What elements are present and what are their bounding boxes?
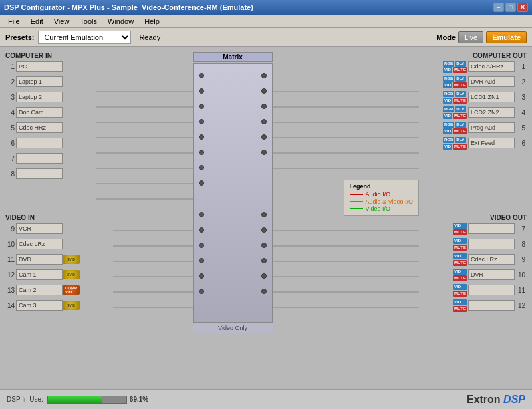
vid-in-cam1[interactable]: Cam 1 xyxy=(16,269,63,280)
audiovideo-line-icon xyxy=(350,201,363,202)
vid-out-dvr[interactable]: DVR xyxy=(468,269,515,280)
maximize-button[interactable]: □ xyxy=(505,3,516,12)
toolbar-right: Mode Live Emulate xyxy=(436,31,527,43)
vid-in-cdeclrz[interactable]: Cdec LRz xyxy=(16,239,63,249)
dvd-vid-badge: S VID xyxy=(63,255,80,264)
bottom-bar: DSP In Use: 69.1% Extron DSP xyxy=(0,389,532,409)
vid-in-dvd[interactable]: DVD xyxy=(16,254,63,265)
vid-out-12[interactable] xyxy=(468,300,515,311)
comp-in-laptop1[interactable]: Laptop 1 xyxy=(16,76,63,87)
mute-badge-2: MUTE xyxy=(453,82,467,88)
vid-out-row-8: VID MUTE 8 xyxy=(420,237,527,251)
comp-in-row-4: 4 Doc Cam xyxy=(5,105,63,120)
ready-status: Ready xyxy=(139,33,160,41)
comp-out-row-5: RGB DLY VID MUTE Prog Aud 5 xyxy=(420,120,527,135)
comp-out-progaud[interactable]: Prog Aud xyxy=(468,122,515,133)
live-button[interactable]: Live xyxy=(458,31,483,43)
vid-badge-4: VID xyxy=(443,113,452,119)
vid-in-cam2[interactable]: Cam 2 xyxy=(16,285,63,295)
title-controls: − □ ✕ xyxy=(493,3,528,12)
matrix-footer: Video Only xyxy=(193,323,273,333)
dly-badge-5: DLY xyxy=(455,122,465,128)
menu-file[interactable]: File xyxy=(3,16,25,27)
mute-badge-1: MUTE xyxy=(453,67,467,73)
dly-badge-2: DLY xyxy=(455,76,465,82)
vid-out-7[interactable] xyxy=(468,223,515,234)
rgb-badge-4: RGB xyxy=(443,106,454,112)
legend: Legend Audio I/O Audio & Video I/O Video… xyxy=(344,180,419,216)
comp-out-dvraud[interactable]: DVR Aud xyxy=(468,76,515,87)
comp-in-pc[interactable]: PC xyxy=(16,61,63,72)
menu-edit[interactable]: Edit xyxy=(25,16,49,27)
dly-badge-3: DLY xyxy=(455,91,465,97)
comp-in-cdechez[interactable]: Cdec HRz xyxy=(16,122,63,133)
dsp-progress-bar xyxy=(47,396,127,404)
mute-out-badge-10: MUTE xyxy=(453,275,467,281)
comp-out-extfeed[interactable]: Ext Feed xyxy=(468,138,515,148)
comp-in-laptop2[interactable]: Laptop 2 xyxy=(16,92,63,102)
comp-in-doccam[interactable]: Doc Cam xyxy=(16,107,63,118)
legend-audio-label: Audio I/O xyxy=(366,191,391,198)
close-button[interactable]: ✕ xyxy=(517,3,528,12)
dly-badge-4: DLY xyxy=(455,106,465,112)
legend-video-label: Video I/O xyxy=(366,205,390,212)
rgb-badge-3: RGB xyxy=(443,91,454,97)
toolbar: Presets: Current Emulation Ready Mode Li… xyxy=(0,28,532,47)
menu-tools[interactable]: Tools xyxy=(74,16,102,27)
title-text: DSP Configurator - MPX Plus - Sample_Vid… xyxy=(4,3,253,11)
emulate-button[interactable]: Emulate xyxy=(486,31,527,43)
menu-bar: File Edit View Tools Window Help xyxy=(0,15,532,28)
mute-out-badge-9: MUTE xyxy=(453,260,467,266)
minimize-button[interactable]: − xyxy=(493,3,504,12)
mute-out-badge-11: MUTE xyxy=(453,291,467,297)
audio-line-icon xyxy=(350,194,363,195)
extron-text: Extron xyxy=(467,394,501,405)
comp-in-row-5: 5 Cdec HRz xyxy=(5,120,63,135)
presets-select[interactable]: Current Emulation xyxy=(38,31,131,44)
comp-in-7[interactable] xyxy=(16,153,63,164)
vid-out-row-12: VID MUTE 12 xyxy=(420,298,527,313)
matrix-box[interactable] xyxy=(193,63,273,323)
vid-in-vcr[interactable]: VCR xyxy=(16,223,63,234)
mute-badge-4: MUTE xyxy=(453,113,467,119)
vid-in-row-13: 13 Cam 2 COMPVID xyxy=(5,283,81,297)
comp-in-row-2: 2 Laptop 1 xyxy=(5,74,63,89)
comp-in-row-8: 8 xyxy=(5,166,63,181)
rgb-badge-6: RGB xyxy=(443,137,454,143)
dsp-in-use-label: DSP In Use: xyxy=(7,396,43,403)
extron-logo: Extron DSP xyxy=(467,394,525,406)
menu-window[interactable]: Window xyxy=(102,16,139,27)
dsp-progress-fill xyxy=(48,396,102,403)
rgb-badge-1: RGB xyxy=(443,61,454,67)
comp-out-2-badges: RGB DLY VID MUTE xyxy=(443,76,467,88)
mute-badge-5: MUTE xyxy=(453,128,467,134)
vid-out-badge-9: VID xyxy=(453,253,467,259)
comp-out-row-4: RGB DLY VID MUTE LCD2 ZN2 4 xyxy=(420,105,527,120)
vid-out-cdeclrz[interactable]: Cdec LRz xyxy=(468,254,515,265)
legend-audio: Audio I/O xyxy=(350,191,413,198)
menu-view[interactable]: View xyxy=(49,16,75,27)
comp-in-8[interactable] xyxy=(16,168,63,179)
rgb-badge-5: RGB xyxy=(443,122,454,128)
vid-out-11[interactable] xyxy=(468,285,515,295)
video-in-section: VIDEO IN 9 VCR 10 Cdec LRz 11 DVD S VID … xyxy=(5,214,81,313)
menu-help[interactable]: Help xyxy=(139,16,165,27)
legend-video: Video I/O xyxy=(350,205,413,212)
cam3-vid-badge: S VID xyxy=(63,301,80,310)
presets-label: Presets: xyxy=(5,33,34,41)
legend-audiovideo-label: Audio & Video I/O xyxy=(366,198,413,205)
comp-out-3-badges: RGB DLY VID MUTE xyxy=(443,91,467,104)
comp-out-1-badges: RGB DLY VID MUTE xyxy=(443,61,467,73)
video-out-section: VIDEO OUT VID MUTE 7 VID MUTE 8 VID MUTE xyxy=(420,214,527,313)
comp-in-6[interactable] xyxy=(16,138,63,148)
computer-out-section: COMPUTER OUT RGB DLY VID MUTE Cdec A/HRz… xyxy=(420,52,527,151)
comp-out-lcd2[interactable]: LCD2 ZN2 xyxy=(468,107,515,118)
vid-out-badge-11: VID xyxy=(453,284,467,290)
vid-out-8[interactable] xyxy=(468,239,515,249)
vid-in-cam3[interactable]: Cam 3 xyxy=(16,300,63,311)
comp-out-cdec[interactable]: Cdec A/HRz xyxy=(468,61,515,72)
computer-out-label: COMPUTER OUT xyxy=(420,52,527,59)
comp-out-row-6: RGB DLY VID MUTE Ext Feed 6 xyxy=(420,136,527,150)
comp-out-lcd1[interactable]: LCD1 ZN1 xyxy=(468,92,515,102)
mute-badge-3: MUTE xyxy=(453,98,467,104)
